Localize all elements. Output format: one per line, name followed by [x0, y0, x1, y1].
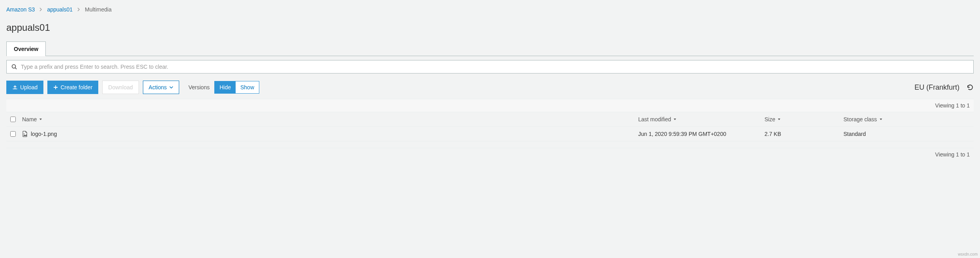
column-header-size[interactable]: Size: [765, 116, 843, 122]
pagination-bottom-text: Viewing 1 to 1: [935, 151, 970, 158]
table-row[interactable]: logo-1.png Jun 1, 2020 9:59:39 PM GMT+02…: [6, 127, 974, 141]
create-folder-label: Create folder: [60, 84, 92, 90]
svg-line-1: [15, 68, 17, 70]
tab-overview[interactable]: Overview: [6, 41, 46, 56]
tabs: Overview: [6, 41, 974, 56]
upload-button[interactable]: Upload: [6, 81, 43, 94]
cell-storage: Standard: [843, 131, 970, 137]
chevron-right-icon: [39, 8, 42, 11]
breadcrumb: Amazon S3 appuals01 Multimedia: [6, 0, 974, 19]
column-storage-label: Storage class: [843, 116, 877, 122]
toolbar: Upload Create folder Download Actions Ve…: [6, 77, 974, 99]
upload-label: Upload: [20, 84, 37, 90]
svg-point-0: [12, 65, 16, 68]
sort-icon: [673, 118, 676, 121]
pagination-bottom: Viewing 1 to 1: [6, 148, 974, 161]
file-name: logo-1.png: [31, 131, 57, 137]
sort-icon: [778, 118, 781, 121]
cell-modified: Jun 1, 2020 9:59:39 PM GMT+0200: [638, 131, 765, 137]
versions-show-button[interactable]: Show: [236, 81, 259, 93]
breadcrumb-root[interactable]: Amazon S3: [6, 6, 35, 13]
pagination-top-text: Viewing 1 to 1: [935, 102, 970, 109]
upload-icon: [12, 85, 18, 90]
search-icon: [11, 64, 17, 70]
file-icon: [22, 131, 28, 137]
search-input[interactable]: [21, 64, 969, 70]
table-header: Name Last modified Size Storage class: [6, 112, 974, 127]
chevron-right-icon: [77, 8, 80, 11]
actions-label: Actions: [149, 84, 167, 90]
sort-icon: [879, 118, 883, 121]
cell-size: 2.7 KB: [765, 131, 843, 137]
versions-label: Versions: [189, 84, 210, 90]
chevron-down-icon: [169, 86, 173, 89]
select-all-checkbox[interactable]: [10, 117, 16, 122]
versions-hide-button[interactable]: Hide: [215, 81, 236, 93]
pagination-top: Viewing 1 to 1: [6, 99, 974, 112]
breadcrumb-current: Multimedia: [85, 6, 112, 13]
row-checkbox[interactable]: [10, 131, 16, 137]
download-button: Download: [102, 81, 139, 94]
column-size-label: Size: [765, 116, 775, 122]
column-modified-label: Last modified: [638, 116, 671, 122]
region-label: EU (Frankfurt): [914, 83, 959, 92]
svg-point-2: [24, 134, 24, 134]
column-name-label: Name: [22, 116, 37, 122]
search-box[interactable]: [6, 60, 974, 73]
column-header-name[interactable]: Name: [22, 116, 638, 122]
page-title: appuals01: [6, 22, 974, 33]
refresh-icon[interactable]: [967, 84, 974, 91]
create-folder-button[interactable]: Create folder: [47, 81, 98, 94]
sort-icon: [39, 118, 42, 121]
column-header-modified[interactable]: Last modified: [638, 116, 765, 122]
versions-toggle: Hide Show: [214, 81, 259, 94]
column-header-storage[interactable]: Storage class: [843, 116, 970, 122]
breadcrumb-bucket[interactable]: appuals01: [47, 6, 73, 13]
plus-icon: [53, 85, 58, 90]
actions-button[interactable]: Actions: [143, 81, 179, 94]
